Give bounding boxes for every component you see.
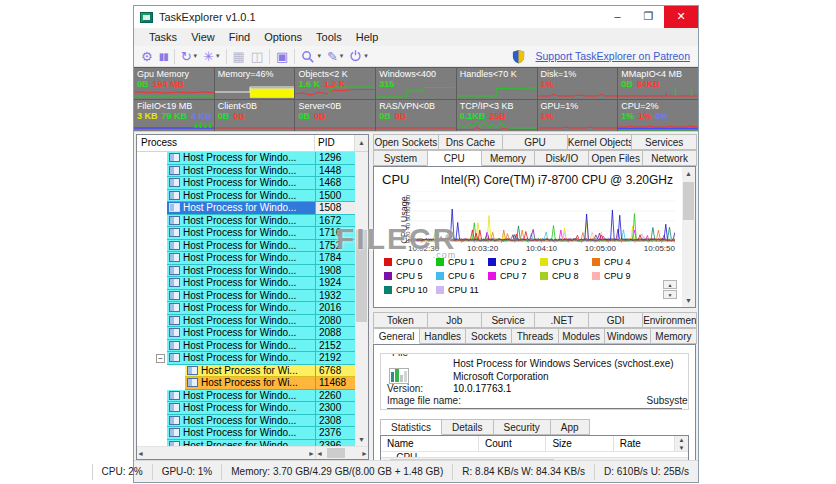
tab-windows[interactable]: Windows: [604, 328, 651, 344]
tab-memory[interactable]: Memory: [481, 150, 536, 166]
close-button[interactable]: ✕: [664, 6, 698, 28]
chevron-down-icon[interactable]: ▾: [216, 52, 220, 60]
table-row[interactable]: Host Process for Windo...2376: [137, 427, 355, 440]
process-name-cell[interactable]: Host Process for Windo...: [167, 302, 315, 315]
legend-item-cpu-6[interactable]: CPU 6: [436, 271, 488, 281]
process-name-cell[interactable]: Host Process for Windo...: [167, 227, 315, 240]
process-pid-cell[interactable]: 2080: [315, 315, 355, 328]
highlight-icon[interactable]: ✎▾: [324, 47, 346, 66]
process-pid-cell[interactable]: 1716: [315, 227, 355, 240]
table-row[interactable]: Host Process for Windo...1672: [137, 215, 355, 228]
tab-open-files[interactable]: Open Files: [588, 150, 643, 166]
process-name-cell[interactable]: Host Process for Windo...: [167, 315, 315, 328]
process-pid-cell[interactable]: 1752: [315, 240, 355, 253]
maximize-button[interactable]: ❐: [633, 6, 664, 28]
tab-sockets[interactable]: Sockets: [465, 328, 512, 344]
find-icon[interactable]: ▾: [298, 47, 324, 66]
menu-options[interactable]: Options: [257, 31, 309, 43]
minimize-button[interactable]: –: [602, 6, 633, 28]
process-pid-cell[interactable]: 1932: [315, 290, 355, 303]
legend-item-cpu-9[interactable]: CPU 9: [592, 271, 644, 281]
stats-header-name[interactable]: Name: [381, 436, 479, 451]
perf-panel-server-0b[interactable]: Server<0B0B0B: [295, 100, 375, 131]
legend-item-cpu-1[interactable]: CPU 1: [436, 257, 488, 267]
chevron-down-icon[interactable]: ▾: [364, 52, 368, 60]
process-pid-cell[interactable]: 2192: [315, 352, 355, 365]
scrollbar-thumb[interactable]: [356, 230, 367, 322]
process-pid-cell[interactable]: 2376: [315, 427, 355, 440]
table-row[interactable]: Host Process for Windo...2396: [137, 440, 355, 447]
tab-dns-cache[interactable]: Dns Cache: [438, 134, 504, 150]
tab-security[interactable]: Security: [493, 419, 551, 435]
process-pid-cell[interactable]: 1508: [315, 202, 355, 215]
settings-gears-icon[interactable]: ⚙: [138, 47, 156, 66]
table-row[interactable]: Host Process for Windo...1448: [137, 165, 355, 178]
process-pid-cell[interactable]: 6768: [315, 365, 355, 378]
table-row[interactable]: Host Process for Windo...1752: [137, 240, 355, 253]
table-row[interactable]: Host Process for Windo...2152: [137, 340, 355, 353]
tab-threads[interactable]: Threads: [511, 328, 558, 344]
perf-panel-client-0b[interactable]: Client<0B0B0B: [215, 100, 295, 131]
table-row[interactable]: Host Process for Windo...1908: [137, 265, 355, 278]
perf-panel-ras-vpn-0b[interactable]: RAS/VPN<0B0B0B: [376, 100, 456, 131]
legend-item-cpu-0[interactable]: CPU 0: [384, 257, 436, 267]
table-row[interactable]: Host Process for Windo...1784: [137, 252, 355, 265]
tab-kernel-objects[interactable]: Kernel Objects: [567, 134, 633, 150]
tab-job[interactable]: Job: [427, 312, 482, 328]
scroll-up-icon[interactable]: ▲: [355, 135, 368, 151]
table-row[interactable]: Host Process for Wi...6768: [137, 365, 355, 378]
table-row[interactable]: Host Process for Windo...2016: [137, 302, 355, 315]
process-name-cell[interactable]: Host Process for Wi...: [185, 377, 315, 390]
legend-item-cpu-10[interactable]: CPU 10: [384, 285, 436, 295]
process-name-cell[interactable]: Host Process for Windo...: [167, 352, 315, 365]
chevron-down-icon[interactable]: ▾: [194, 52, 198, 60]
legend-item-cpu-11[interactable]: CPU 11: [436, 285, 488, 295]
process-name-cell[interactable]: Host Process for Windo...: [167, 202, 315, 215]
process-name-cell[interactable]: Host Process for Windo...: [167, 265, 315, 278]
tab-system[interactable]: System: [373, 150, 428, 166]
process-pid-cell[interactable]: 1784: [315, 252, 355, 265]
stats-header-size[interactable]: Size: [546, 436, 613, 451]
process-name-cell[interactable]: Host Process for Wi...: [185, 365, 315, 378]
perf-panel-disk-1[interactable]: Disk=1%1%: [538, 68, 618, 99]
spin-up-icon[interactable]: ▲: [663, 280, 677, 289]
stats-header-count[interactable]: Count: [479, 436, 546, 451]
tab-network[interactable]: Network: [642, 150, 697, 166]
perf-panel-objects-2-k[interactable]: Objects<2 K1.6 K1.2 K: [295, 68, 375, 99]
scroll-right-icon[interactable]: ►: [308, 447, 315, 460]
process-name-cell[interactable]: Host Process for Windo...: [167, 327, 315, 340]
perf-panel-handles-70-k[interactable]: Handles<70 K: [457, 68, 537, 99]
tab-cpu[interactable]: CPU: [427, 150, 482, 166]
perf-panel-fileio-19-mb[interactable]: FileIO<19 MB3 KB79 KB4 KB: [134, 100, 214, 131]
process-name-cell[interactable]: Host Process for Windo...: [167, 277, 315, 290]
scroll-down-icon[interactable]: ▼: [355, 433, 368, 446]
process-name-cell[interactable]: Host Process for Windo...: [167, 165, 315, 178]
persistence-presets-icon[interactable]: ✳▾: [200, 47, 222, 66]
table-row[interactable]: Host Process for Windo...1716: [137, 227, 355, 240]
process-name-cell[interactable]: Host Process for Windo...: [167, 340, 315, 353]
chevron-down-icon[interactable]: ▾: [340, 52, 344, 60]
process-horizontal-scrollbar[interactable]: ◄ ► ◄ ►: [137, 446, 368, 459]
tab-service[interactable]: Service: [481, 312, 536, 328]
process-name-cell[interactable]: Host Process for Windo...: [167, 177, 315, 190]
table-row[interactable]: Host Process for Windo...1500: [137, 190, 355, 203]
process-pid-cell[interactable]: 1924: [315, 277, 355, 290]
process-pid-cell[interactable]: 1500: [315, 190, 355, 203]
legend-item-cpu-5[interactable]: CPU 5: [384, 271, 436, 281]
scroll-right-icon[interactable]: ►: [361, 447, 368, 460]
scroll-left-icon[interactable]: ◄: [137, 447, 144, 460]
scrollbar-thumb[interactable]: [327, 448, 345, 458]
cpu-box-scrollbar[interactable]: ▲ ▼: [682, 167, 695, 307]
table-row[interactable]: −Host Process for Windo...2192: [137, 352, 355, 365]
image-path-field[interactable]: C:\Windows\System32\svchost.exe: [387, 408, 682, 410]
process-pid-cell[interactable]: 2152: [315, 340, 355, 353]
tab-statistics[interactable]: Statistics: [380, 419, 442, 435]
refresh-icon[interactable]: ↻▾: [178, 47, 200, 66]
process-pid-cell[interactable]: 2016: [315, 302, 355, 315]
collapse-expander-icon[interactable]: −: [156, 354, 165, 363]
menu-tools[interactable]: Tools: [309, 31, 349, 43]
process-name-cell[interactable]: Host Process for Windo...: [167, 402, 315, 415]
table-row[interactable]: Host Process for Windo...1508: [137, 202, 355, 215]
pause-icon[interactable]: ▮▮: [156, 47, 171, 66]
process-name-cell[interactable]: Host Process for Windo...: [167, 290, 315, 303]
